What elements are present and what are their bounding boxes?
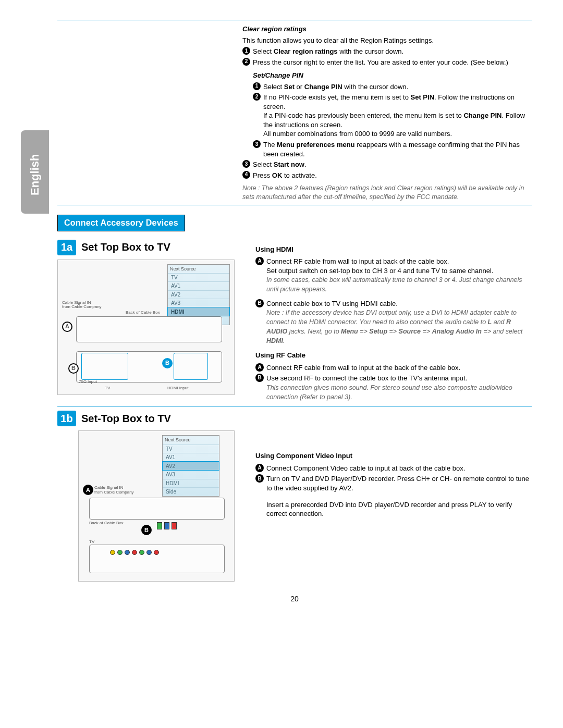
crr-step-2: 2 Press the cursor right to enter the li… bbox=[242, 58, 532, 67]
fcc-note: Note : The above 2 features (Region rati… bbox=[242, 184, 532, 202]
num-1-icon: 1 bbox=[242, 47, 250, 55]
comp-final-text: Insert a prerecorded DVD into DVD player… bbox=[266, 500, 532, 519]
marker-b-icon: B bbox=[68, 363, 79, 374]
scp-step-1-text: Select Set or Change PIN with the cursor… bbox=[263, 82, 532, 92]
letter-a-icon: A bbox=[255, 257, 264, 265]
osd-item-selected: AV2 bbox=[163, 462, 219, 471]
num-2-icon: 2 bbox=[242, 58, 250, 66]
osd-item: AV2 bbox=[168, 290, 229, 299]
osd-item: AV3 bbox=[168, 299, 229, 307]
section-1b-header: 1b Set-Top Box to TV bbox=[57, 411, 532, 426]
num-1-icon: 1 bbox=[253, 82, 261, 90]
osd-item: TV bbox=[168, 273, 229, 282]
outer-step-3-text: Select Start now. bbox=[253, 160, 532, 169]
section-1a-header: 1a Set Top Box to TV bbox=[57, 240, 240, 255]
num-3-icon: 3 bbox=[253, 140, 261, 148]
osd-item: Side bbox=[163, 487, 219, 496]
rf-step-b: B Use second RF to connect the cable box… bbox=[255, 374, 532, 401]
using-component-heading: Using Component Video Input bbox=[255, 451, 532, 461]
osd-item: AV1 bbox=[168, 281, 229, 290]
hdmi-step-b: B Connect cable box to TV using HDMI cab… bbox=[255, 299, 532, 346]
set-change-pin-title: Set/Change PIN bbox=[253, 71, 532, 80]
comp-a-text: Connect Component Video cable to input a… bbox=[266, 464, 532, 473]
divider bbox=[57, 205, 532, 205]
hdmi-b-text: Connect cable box to TV using HDMI cable… bbox=[266, 299, 532, 346]
scp-step-2: 2 If no PIN-code exists yet, the menu it… bbox=[253, 93, 532, 139]
comp-b-text: Turn on TV and DVD Player/DVD recorder. … bbox=[266, 474, 532, 492]
scp-step-1: 1 Select Set or Change PIN with the curs… bbox=[253, 82, 532, 92]
letter-b-icon: B bbox=[255, 299, 264, 307]
clear-region-intro: This function allows you to clear all th… bbox=[242, 36, 532, 45]
rf-a-text: Connect RF cable from wall to input at t… bbox=[266, 363, 532, 373]
osd-item: TV bbox=[163, 445, 219, 453]
marker-a-icon: A bbox=[83, 485, 93, 495]
hdmi-step-a: A Connect RF cable from wall to input at… bbox=[255, 257, 532, 294]
rf-step-a: A Connect RF cable from wall to input at… bbox=[255, 363, 532, 373]
osd-menu-1b: Next Source TV AV1 AV2 AV3 HDMI Side bbox=[162, 435, 219, 496]
letter-b-icon: B bbox=[255, 474, 264, 483]
hdmi-label: HDMI Input bbox=[167, 386, 188, 391]
comp-step-b: B Turn on TV and DVD Player/DVD recorder… bbox=[255, 474, 532, 492]
tv-label: TV bbox=[105, 386, 110, 391]
outer-step-4: 4 Press OK to activate. bbox=[242, 171, 532, 180]
letter-a-icon: A bbox=[255, 363, 264, 372]
osd-header: Next Source bbox=[168, 265, 229, 273]
scp-step-2-text: If no PIN-code exists yet, the menu item… bbox=[263, 93, 532, 139]
outer-step-3: 3 Select Start now. bbox=[242, 160, 532, 169]
outer-step-4-text: Press OK to activate. bbox=[253, 171, 532, 180]
num-4-icon: 4 bbox=[242, 171, 250, 179]
badge-1a: 1a bbox=[57, 240, 76, 255]
badge-1b: 1b bbox=[57, 411, 76, 426]
rf-b-text: Use second RF to connect the cable box t… bbox=[266, 374, 532, 401]
num-3-icon: 3 bbox=[242, 160, 250, 168]
letter-b-icon: B bbox=[255, 374, 264, 382]
osd-item: AV3 bbox=[163, 470, 219, 479]
diagram-1b: Next Source TV AV1 AV2 AV3 HDMI Side Cab… bbox=[78, 430, 235, 582]
cable-in-label-1b: Cable Signal INfrom Cable Company bbox=[94, 486, 134, 495]
letter-a-icon: A bbox=[255, 464, 264, 472]
marker-a-icon: A bbox=[62, 322, 72, 332]
back-box-label: Back of Cable Box bbox=[126, 310, 160, 316]
page-number: 20 bbox=[57, 594, 532, 604]
divider bbox=[57, 20, 532, 20]
marker-b-blue-icon: B bbox=[162, 358, 173, 368]
marker-b-icon: B bbox=[141, 525, 152, 535]
section-1a-title: Set Top Box to TV bbox=[81, 240, 170, 254]
ohm-label: 75Ω Input bbox=[79, 379, 97, 385]
comp-step-a: A Connect Component Video cable to input… bbox=[255, 464, 532, 473]
divider bbox=[57, 406, 532, 406]
osd-header: Next Source bbox=[163, 436, 219, 444]
diagram-1a: Next Source TV AV1 AV2 AV3 HDMI Side Cab… bbox=[57, 260, 235, 395]
crr-step-2-text: Press the cursor right to enter the list… bbox=[253, 58, 532, 67]
crr-step-1-text: Select Clear region ratings with the cur… bbox=[253, 47, 532, 56]
cable-in-label: Cable Signal INfrom Cable Company bbox=[62, 301, 102, 310]
clear-region-title: Clear region ratings bbox=[242, 24, 532, 34]
osd-item: HDMI bbox=[163, 479, 219, 488]
language-tab: English bbox=[21, 130, 49, 214]
connect-devices-heading: Connect Accessory Devices bbox=[57, 215, 185, 231]
using-rf-heading: Using RF Cable bbox=[255, 351, 532, 360]
hdmi-a-text: Connect RF cable from wall to input at b… bbox=[266, 257, 532, 294]
num-2-icon: 2 bbox=[253, 93, 261, 101]
section-1b-title: Set-Top Box to TV bbox=[81, 412, 171, 426]
osd-item: AV1 bbox=[163, 453, 219, 462]
scp-step-3: 3 The Menu preferences menu reappears wi… bbox=[253, 140, 532, 158]
using-hdmi-heading: Using HDMI bbox=[255, 245, 532, 254]
clear-region-section: Clear region ratings This function allow… bbox=[242, 24, 532, 202]
scp-step-3-text: The Menu preferences menu reappears with… bbox=[263, 140, 532, 158]
back-box-label-1b: Back of Cable Box bbox=[89, 521, 124, 526]
crr-step-1: 1 Select Clear region ratings with the c… bbox=[242, 47, 532, 56]
osd-item-selected: HDMI bbox=[168, 307, 229, 316]
